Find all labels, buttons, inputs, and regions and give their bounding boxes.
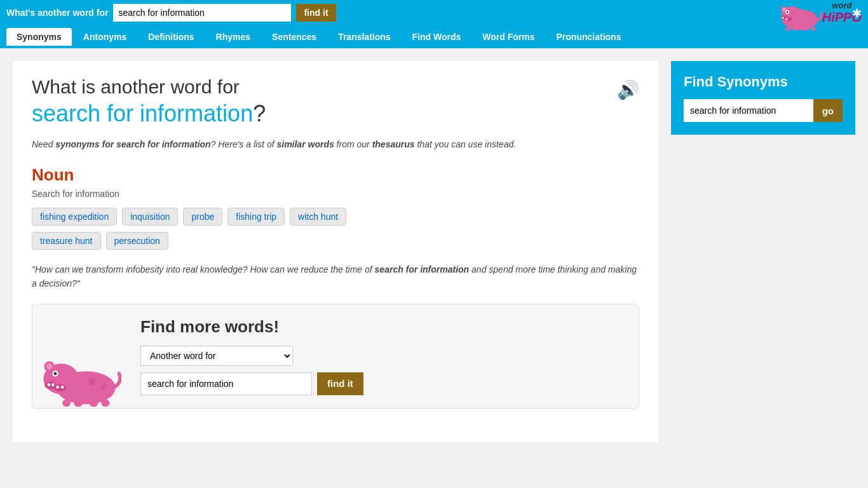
- logo-area: word HiPPO: [778, 0, 862, 30]
- heading-suffix: ?: [253, 100, 266, 126]
- svg-point-21: [54, 384, 66, 391]
- find-synonyms-title: Find Synonyms: [684, 74, 843, 90]
- svg-rect-9: [793, 29, 798, 30]
- top-bar-label: What's another word for: [6, 8, 108, 18]
- word-tag-fishing-expedition[interactable]: fishing expedition: [32, 208, 117, 226]
- svg-point-13: [785, 18, 787, 20]
- sidebar: Find Synonyms go: [671, 61, 855, 442]
- word-tag-persecution[interactable]: persecution: [106, 232, 168, 250]
- star-icon: ✱: [852, 6, 862, 20]
- tab-sentences[interactable]: Sentences: [262, 28, 327, 46]
- sidebar-search-input[interactable]: [684, 99, 813, 122]
- word-tag-fishing-trip[interactable]: fishing trip: [227, 208, 285, 226]
- svg-point-30: [88, 378, 95, 385]
- svg-point-19: [54, 372, 57, 375]
- word-tags-row-2: treasure hunt persecution: [32, 232, 639, 250]
- noun-subheading: Search for information: [32, 189, 639, 199]
- tab-translations[interactable]: Translations: [328, 28, 400, 46]
- search-term-text: search for information: [32, 100, 253, 126]
- tab-find-words[interactable]: Find Words: [402, 28, 471, 46]
- hippo-illustration: [39, 338, 121, 408]
- svg-point-12: [782, 17, 783, 18]
- svg-point-31: [101, 383, 107, 389]
- top-search-input[interactable]: [113, 4, 291, 22]
- top-bar: What's another word for find it: [0, 0, 868, 25]
- sidebar-search-row: go: [684, 99, 843, 122]
- word-tag-treasure-hunt[interactable]: treasure hunt: [32, 232, 101, 250]
- svg-point-23: [51, 383, 55, 386]
- find-synonyms-box: Find Synonyms go: [671, 61, 855, 135]
- svg-point-25: [61, 386, 64, 389]
- svg-point-5: [786, 11, 788, 13]
- content-area: 🔊 What is another word for search for in…: [13, 61, 658, 442]
- word-tag-witch-hunt[interactable]: witch hunt: [290, 208, 346, 226]
- sidebar-go-button[interactable]: go: [813, 99, 843, 122]
- svg-point-3: [782, 8, 786, 11]
- find-more-button[interactable]: find it: [317, 372, 363, 395]
- word-tag-probe[interactable]: probe: [183, 208, 222, 226]
- tab-rhymes[interactable]: Rhymes: [206, 28, 261, 46]
- nav-bar: Synonyms Antonyms Definitions Rhymes Sen…: [0, 25, 868, 48]
- find-more-row: find it: [140, 372, 626, 395]
- svg-rect-8: [785, 27, 790, 30]
- find-more-input[interactable]: [140, 372, 312, 395]
- sound-icon[interactable]: 🔊: [617, 79, 639, 100]
- svg-point-17: [46, 363, 52, 369]
- svg-rect-26: [62, 399, 71, 406]
- quote-block: "How can we transform infobesity into re…: [32, 262, 639, 291]
- tab-word-forms[interactable]: Word Forms: [472, 28, 545, 46]
- find-more-select[interactable]: Another word for Antonym for Definition …: [140, 346, 293, 366]
- page-heading: What is another word for: [32, 76, 639, 98]
- tab-synonyms[interactable]: Synonyms: [6, 28, 72, 46]
- tab-pronunciations[interactable]: Pronunciations: [546, 28, 632, 46]
- svg-rect-10: [803, 29, 808, 30]
- find-more-box: Find more words! Another word for Antony…: [32, 304, 639, 409]
- top-find-button[interactable]: find it: [296, 4, 336, 22]
- svg-rect-27: [74, 400, 83, 406]
- svg-point-22: [47, 383, 50, 386]
- search-term-heading: search for information?: [32, 100, 639, 127]
- svg-point-24: [56, 386, 59, 389]
- tab-antonyms[interactable]: Antonyms: [73, 28, 137, 46]
- svg-rect-29: [101, 399, 109, 406]
- tab-definitions[interactable]: Definitions: [138, 28, 204, 46]
- svg-rect-11: [811, 27, 816, 30]
- description-paragraph: Need synonyms for search for information…: [32, 137, 639, 152]
- find-more-title: Find more words!: [140, 317, 626, 337]
- word-tags-row-1: fishing expedition inquisition probe fis…: [32, 208, 639, 226]
- svg-rect-28: [90, 400, 98, 406]
- noun-heading: Noun: [32, 165, 639, 185]
- hippo-logo-icon: [778, 0, 822, 30]
- word-tag-inquisition[interactable]: inquisition: [122, 208, 178, 226]
